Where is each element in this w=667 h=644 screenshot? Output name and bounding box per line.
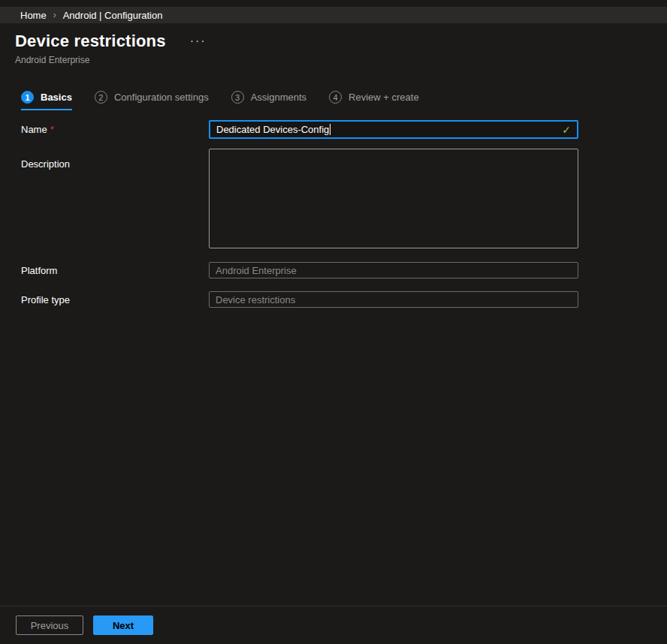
text-caret: [330, 124, 330, 135]
tab-assignments[interactable]: 3 Assignments: [231, 91, 306, 110]
tab-configuration-settings[interactable]: 2 Configuration settings: [95, 91, 209, 110]
wizard-steps: 1 Basics 2 Configuration settings 3 Assi…: [21, 91, 667, 110]
profile-type-label: Profile type: [21, 294, 209, 305]
step-1-circle: 1: [21, 91, 34, 104]
tab-assignments-label: Assignments: [251, 92, 306, 103]
page-header: Device restrictions ··· Android Enterpri…: [0, 23, 667, 65]
platform-input: [209, 262, 578, 278]
name-input-value: Dedicated Devices-Config: [216, 124, 329, 135]
ellipsis-menu-icon[interactable]: ···: [187, 36, 210, 47]
profile-type-input: [209, 291, 578, 308]
platform-row: Platform: [21, 262, 667, 278]
breadcrumb: Home › Android | Configuration: [0, 7, 667, 23]
next-button[interactable]: Next: [93, 615, 153, 635]
wizard-footer: Previous Next: [0, 606, 667, 644]
breadcrumb-item-android-configuration[interactable]: Android | Configuration: [63, 10, 163, 21]
breadcrumb-item-home[interactable]: Home: [20, 10, 47, 21]
required-asterisk: *: [50, 124, 54, 135]
description-row: Description: [21, 149, 667, 248]
name-input[interactable]: Dedicated Devices-Config ✓: [209, 120, 578, 139]
tab-review-create[interactable]: 4 Review + create: [329, 91, 419, 110]
step-2-circle: 2: [95, 91, 107, 104]
description-input[interactable]: [209, 149, 578, 248]
step-3-circle: 3: [231, 91, 244, 104]
step-4-circle: 4: [329, 91, 342, 104]
profile-type-row: Profile type: [21, 291, 667, 308]
previous-button[interactable]: Previous: [16, 615, 83, 635]
platform-label: Platform: [21, 265, 209, 276]
description-label: Description: [21, 149, 209, 170]
breadcrumb-separator-icon: ›: [53, 10, 56, 20]
page-subtitle: Android Enterprise: [15, 55, 652, 65]
basics-form: Name* Dedicated Devices-Config ✓ Descrip…: [21, 120, 667, 308]
name-row: Name* Dedicated Devices-Config ✓: [21, 120, 667, 139]
tab-basics-label: Basics: [41, 92, 72, 103]
window-top-strip: [0, 0, 667, 7]
tab-configuration-settings-label: Configuration settings: [114, 92, 209, 103]
name-label: Name*: [21, 124, 209, 135]
tab-basics[interactable]: 1 Basics: [21, 91, 72, 110]
page-title: Device restrictions: [15, 32, 166, 51]
valid-check-icon: ✓: [562, 124, 571, 136]
tab-review-create-label: Review + create: [349, 92, 419, 103]
